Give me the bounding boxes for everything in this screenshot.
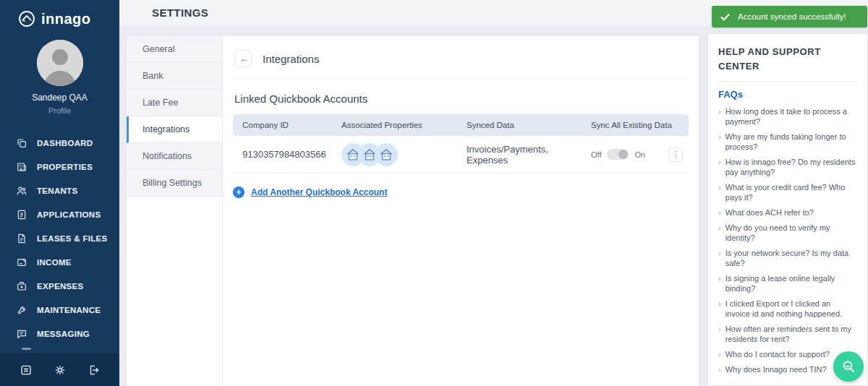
wallet-icon [15,280,27,292]
chevron-right-icon: › [718,182,721,202]
toggle-on-label: On [634,150,645,159]
add-quickbook-account[interactable]: + Add Another Quickbook Account [233,186,689,198]
sidebar-item-label: LEASES & FILES [37,234,108,243]
chevron-right-icon: › [718,223,721,243]
faq-text: I clicked Export or I clicked an invoice… [726,299,857,319]
associated-properties-cell[interactable] [341,143,467,166]
help-panel-title: HELP AND SUPPORT CENTER [718,45,841,73]
card-icon[interactable] [19,363,33,377]
sidebar-item-dashboard[interactable]: DASHBOARD [0,131,119,155]
toggle-off-label: Off [591,150,601,159]
dashboard-icon [15,137,27,149]
sidebar-item-expenses[interactable]: EXPENSES [0,274,119,298]
success-toast: Account synced successfully! [712,6,867,27]
logout-icon[interactable] [87,363,101,377]
integrations-pane: ← Integrations Linked Quickbook Accounts… [223,36,699,386]
faq-item[interactable]: ›Is signing a lease online legally bindi… [718,273,857,293]
sidebar-item-properties[interactable]: PROPERTIES [0,155,119,179]
chevron-right-icon: › [718,299,721,319]
col-sync-all-existing-data: Sync All Existing Data [591,121,689,129]
divider [718,81,857,82]
sidebar-item-label: DASHBOARD [37,139,93,147]
faq-item[interactable]: ›What does ACH refer to? [718,207,857,218]
partial-nav-icon [22,348,31,350]
sync-toggle-cell: Off On ⋮ [591,147,689,162]
toggle-knob [618,150,628,159]
faqs-heading: FAQs [718,89,857,100]
faq-text: How long does it take to process a payme… [726,106,857,126]
card-icon [15,256,27,268]
faq-item[interactable]: ›Why do you need to verify my identity? [718,223,857,243]
sidebar-item-tenants[interactable]: TENANTS [0,179,119,202]
brand-logo[interactable]: innago [0,0,119,28]
row-menu-button[interactable]: ⋮ [668,147,683,162]
profile-link[interactable]: Profile [0,106,119,115]
sidebar-item-applications[interactable]: APPLICATIONS [0,202,119,226]
col-company-id: Company ID [242,121,341,129]
col-associated-properties: Associated Properties [341,121,467,129]
tab-billing-settings[interactable]: Billing Settings [127,170,222,197]
tab-notifications[interactable]: Notifications [127,143,222,170]
tab-general[interactable]: General [127,36,222,63]
chevron-right-icon: › [718,273,721,293]
sidebar-item-income[interactable]: INCOME [0,250,119,274]
chevron-right-icon: › [718,106,721,126]
table-header: Company ID Associated Properties Synced … [233,114,689,136]
check-icon [720,12,731,22]
sidebar-item-label: APPLICATIONS [37,210,101,219]
help-widget-button[interactable] [833,351,864,382]
chevron-right-icon: › [718,157,721,177]
chevron-right-icon: › [718,324,721,344]
building-icon [15,160,27,173]
sidebar-item-label: EXPENSES [37,282,83,291]
sidebar-item-label: MESSAGING [37,330,90,338]
sidebar-item-messaging[interactable]: MESSAGING [0,322,119,346]
avatar[interactable] [37,40,83,86]
faq-text: What is your credit card fee? Who pays i… [726,182,857,202]
sidebar: innago Sandeep QAA Profile DASHBOARD PRO… [0,0,119,386]
gear-icon[interactable] [53,363,67,377]
chevron-right-icon: › [718,248,721,268]
faq-text: What does ACH refer to? [726,207,814,218]
section-title: Linked Quickbook Accounts [234,93,687,105]
sidebar-bottom-bar [0,353,119,386]
faq-item[interactable]: ›What is your credit card fee? Who pays … [718,182,857,202]
magnifier-icon [841,359,857,375]
brand-name: innago [41,11,91,27]
help-support-panel: HELP AND SUPPORT CENTER FAQs ›How long d… [707,33,868,386]
add-account-link[interactable]: Add Another Quickbook Account [251,187,387,197]
user-name: Sandeep QAA [0,93,119,103]
faq-item[interactable]: ›Why are my funds taking longer to proce… [718,132,857,152]
chat-icon [15,327,27,340]
back-button[interactable]: ← [234,50,252,67]
faq-text: Is signing a lease online legally bindin… [726,273,857,293]
toast-message: Account synced successfully! [738,12,846,21]
faq-text: Is your network secure? Is my data safe? [726,248,857,268]
sidebar-item-maintenance[interactable]: MAINTENANCE [0,298,119,322]
chevron-right-icon: › [718,132,721,152]
sidebar-item-label: INCOME [37,258,72,267]
faq-text: How often are reminders sent to my resid… [726,324,857,344]
company-id-value: 9130357984803566 [242,149,341,160]
faq-text: Why do you need to verify my identity? [726,223,857,243]
faq-item[interactable]: ›How long does it take to process a paym… [718,106,857,126]
faq-item[interactable]: ›How often are reminders sent to my resi… [718,324,857,344]
tab-integrations[interactable]: Integrations [127,116,222,143]
synced-data-value: Invoices/Payments, Expenses [467,144,591,166]
faq-item[interactable]: ›How is innago free? Do my residents pay… [718,157,857,177]
sidebar-nav: DASHBOARD PROPERTIES TENANTS APPLICATION… [0,131,119,369]
sync-toggle[interactable] [607,149,629,160]
back-arrow-icon: ← [239,53,250,64]
tab-late-fee[interactable]: Late Fee [127,90,222,116]
tab-bank[interactable]: Bank [127,63,222,90]
table-row: 9130357984803566 Invoices/Payments, Expe… [233,136,689,173]
chevron-right-icon: › [718,207,721,218]
settings-tab-rail: General Bank Late Fee Integrations Notif… [127,36,223,386]
sidebar-item-leases-files[interactable]: LEASES & FILES [0,226,119,250]
faq-item[interactable]: ›I clicked Export or I clicked an invoic… [718,299,857,319]
innago-logo-icon [17,9,36,28]
sidebar-item-label: PROPERTIES [37,163,93,171]
settings-card: General Bank Late Fee Integrations Notif… [127,36,699,386]
people-icon [15,184,27,197]
faq-item[interactable]: ›Is your network secure? Is my data safe… [718,248,857,268]
